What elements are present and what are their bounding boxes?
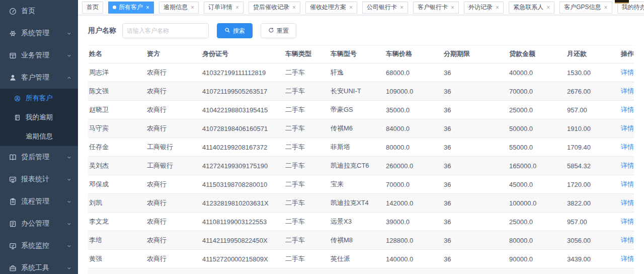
tab-1[interactable]: 所有客户× xyxy=(108,2,154,14)
sidebar-item-label: 流程管理 xyxy=(21,197,49,206)
close-icon[interactable]: × xyxy=(190,5,194,11)
detail-link[interactable]: 详情 xyxy=(621,124,634,132)
cell-monthly_payment: 957.00 xyxy=(566,213,609,231)
close-icon[interactable]: × xyxy=(603,5,607,11)
sidebar-item-2[interactable]: 业务管理 xyxy=(0,44,78,66)
tab-label: 催收处理方案 xyxy=(310,3,346,12)
close-icon[interactable]: × xyxy=(235,5,239,11)
tab-label: 贷后催收记录 xyxy=(253,3,289,12)
cell-vehicle_price: 80000.0 xyxy=(385,138,443,157)
clipboard-icon xyxy=(9,198,17,206)
table-row: 邓保成农商行411503198708280010二手车宝来70000.03645… xyxy=(88,175,634,194)
submenu-item-2[interactable]: 逾期信息 xyxy=(0,127,78,146)
tags-view-bar: 首页所有客户×逾期信息×订单详情×贷后催收记录×催收处理方案×公司银行卡×客户银… xyxy=(78,0,644,15)
detail-link[interactable]: 详情 xyxy=(621,255,634,262)
cell-loan_amount: 80000.0 xyxy=(508,231,566,250)
table-row: 李文龙农商行411081199003122553二手车远景X339000.036… xyxy=(88,213,634,231)
submenu-item-0[interactable]: 所有客户 xyxy=(0,89,78,108)
submenu-item-1[interactable]: 我的逾期 xyxy=(0,108,78,127)
tab-6[interactable]: 公司银行卡× xyxy=(362,2,408,14)
tab-10[interactable]: 客户GPS信息× xyxy=(559,2,612,14)
cell-loan_amount: 90000.0 xyxy=(508,250,566,268)
table-row: 马守宾农商行410728198406160571二手车传祺M684000.036… xyxy=(88,119,634,138)
table-row: 吴亚博农商行410325199709223094二手车影豹77000.03650… xyxy=(88,268,634,274)
detail-link[interactable]: 详情 xyxy=(621,218,634,225)
cell-name: 吴刘杰 xyxy=(88,157,146,175)
customer-name-input[interactable] xyxy=(122,23,209,38)
table-body: 周志洋农商行410327199111112819二手车轩逸68000.03640… xyxy=(88,63,634,274)
cell-monthly_payment: 2676.00 xyxy=(566,82,609,101)
office-box-icon xyxy=(9,220,17,228)
tab-0[interactable]: 首页 xyxy=(82,2,103,14)
close-icon[interactable]: × xyxy=(349,5,353,11)
refresh-icon xyxy=(268,27,274,35)
tab-3[interactable]: 订单详情× xyxy=(204,2,244,14)
tab-8[interactable]: 外访记录× xyxy=(464,2,504,14)
sidebar-item-0[interactable]: 首页 xyxy=(0,0,78,22)
cell-vehicle_price: 68000.0 xyxy=(385,63,443,82)
search-button[interactable]: 搜索 xyxy=(217,23,253,38)
cell-term: 36 xyxy=(443,250,508,268)
sidebar-menu: 首页系统管理业务管理客户管理所有客户我的逾期逾期信息贷后管理报表统计流程管理办公… xyxy=(0,0,78,274)
tab-9[interactable]: 紧急联系人× xyxy=(509,2,554,14)
tab-5[interactable]: 催收处理方案× xyxy=(305,2,357,14)
table-row: 周志洋农商行410327199111112819二手车轩逸68000.03640… xyxy=(88,63,634,82)
sidebar-item-3[interactable]: 客户管理 xyxy=(0,66,78,89)
detail-link[interactable]: 详情 xyxy=(621,180,634,188)
chevron-up-icon xyxy=(66,75,72,81)
close-icon[interactable]: × xyxy=(495,5,499,11)
cell-vehicle_type: 二手车 xyxy=(284,138,330,157)
tab-label: 首页 xyxy=(87,3,99,12)
chevron-down-icon xyxy=(66,243,72,249)
sidebar: 首页系统管理业务管理客户管理所有客户我的逾期逾期信息贷后管理报表统计流程管理办公… xyxy=(0,0,78,274)
cell-monthly_payment: 5854.32 xyxy=(566,157,609,175)
tab-2[interactable]: 逾期信息× xyxy=(159,2,199,14)
table-row: 任存金工商银行411402199208167372二手车菲斯塔80000.036… xyxy=(88,138,634,157)
chevron-down-icon xyxy=(66,265,72,271)
cell-vehicle_price: 84000.0 xyxy=(385,119,443,138)
sidebar-item-5[interactable]: 报表统计 xyxy=(0,168,78,190)
close-icon[interactable]: × xyxy=(145,5,149,11)
close-icon[interactable]: × xyxy=(546,5,550,11)
detail-link[interactable]: 详情 xyxy=(621,143,634,151)
cell-id_number: 411503198708280010 xyxy=(201,175,284,194)
tab-7[interactable]: 客户银行卡× xyxy=(413,2,459,14)
tab-4[interactable]: 贷后催收记录× xyxy=(249,2,300,14)
sidebar-item-label: 系统工具 xyxy=(21,263,49,272)
tab-label: 紧急联系人 xyxy=(513,3,543,12)
cell-vehicle_model: 轩逸 xyxy=(330,63,385,82)
reset-button[interactable]: 重置 xyxy=(261,23,296,38)
cell-loan_amount: 50000.0 xyxy=(508,268,566,274)
tab-label: 订单详情 xyxy=(208,3,232,12)
sidebar-item-4[interactable]: 贷后管理 xyxy=(0,146,78,168)
submenu-item-label: 逾期信息 xyxy=(26,132,53,141)
cell-vehicle_type: 二手车 xyxy=(284,82,330,101)
sidebar-item-9[interactable]: 系统工具 xyxy=(0,257,78,274)
close-icon[interactable]: × xyxy=(450,5,454,11)
cell-term: 36 xyxy=(443,82,508,101)
cell-vehicle_type: 二手车 xyxy=(284,101,330,119)
cell-funder: 工商银行 xyxy=(146,157,201,175)
chevron-down-icon xyxy=(66,155,72,160)
detail-link[interactable]: 详情 xyxy=(621,199,634,207)
detail-link[interactable]: 详情 xyxy=(621,106,634,113)
sidebar-item-8[interactable]: 系统监控 xyxy=(0,235,78,257)
detail-link[interactable]: 详情 xyxy=(621,162,634,169)
close-icon[interactable]: × xyxy=(292,5,296,11)
sidebar-item-1[interactable]: 系统管理 xyxy=(0,22,78,44)
detail-link[interactable]: 详情 xyxy=(621,87,634,95)
detail-link[interactable]: 详情 xyxy=(621,68,634,76)
cell-id_number: 41232819810203631X xyxy=(201,194,284,213)
cell-id_number: 412724199309175190 xyxy=(201,157,284,175)
detail-link[interactable]: 详情 xyxy=(621,236,634,244)
close-icon[interactable]: × xyxy=(399,5,404,11)
cell-id_number: 410325199709223094 xyxy=(201,268,284,274)
cell-vehicle_type: 二手车 xyxy=(284,63,330,82)
cell-vehicle_price: 109000.0 xyxy=(385,82,443,101)
column-header-0: 姓名 xyxy=(88,46,146,63)
table-row: 刘凯农商行41232819810203631X二手车凯迪拉克XT4142000.… xyxy=(88,194,634,213)
sidebar-item-6[interactable]: 流程管理 xyxy=(0,190,78,213)
sidebar-item-7[interactable]: 办公管理 xyxy=(0,213,78,235)
active-dot xyxy=(113,6,116,9)
cell-vehicle_model: 长安UNI-T xyxy=(330,82,385,101)
